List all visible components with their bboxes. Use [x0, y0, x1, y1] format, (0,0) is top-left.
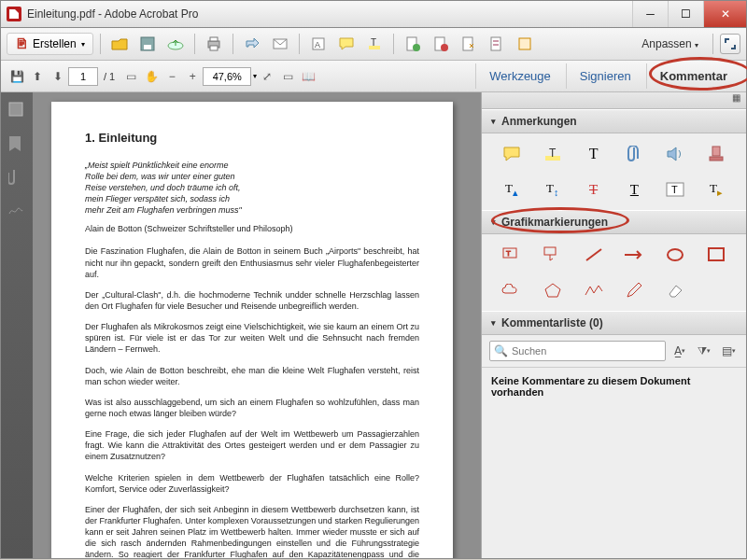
delete-page-icon[interactable] [429, 32, 453, 56]
options-icon[interactable]: ▤▾ [718, 341, 739, 361]
zoom-out-icon[interactable]: − [162, 66, 182, 87]
svg-rect-15 [463, 37, 472, 50]
comment-bubble-icon[interactable] [334, 32, 359, 56]
doc-paragraph: Der Flughafen als Mikrokosmos zeigt eine… [85, 321, 419, 355]
svg-point-31 [668, 249, 683, 260]
zoom-input[interactable] [203, 67, 251, 86]
search-input[interactable] [512, 345, 661, 357]
highlight-icon[interactable]: T [362, 32, 387, 56]
svg-text:A: A [315, 40, 320, 49]
doc-paragraph: Welche Kriterien spielen in dem Wettbewe… [85, 472, 419, 495]
hand-tool-icon[interactable]: ✋ [141, 66, 162, 87]
doc-paragraph: Doch, wie Alain de Botton beschreibt, eh… [85, 365, 419, 387]
thumbnails-icon[interactable] [8, 102, 25, 119]
dropdown-icon: ▾ [81, 40, 85, 49]
window-titlebar: Einleitung.pdf - Adobe Acrobat Pro ─ ☐ ✕ [0, 0, 747, 28]
ocr-icon[interactable]: A [306, 32, 331, 56]
doc-paragraph: Eine Frage, die sich jeder Flughafen auf… [85, 428, 419, 462]
attach-file-tool[interactable] [613, 143, 655, 165]
tab-comment[interactable]: Kommentar [646, 63, 740, 89]
svg-rect-5 [210, 46, 218, 50]
minimize-button[interactable]: ─ [632, 1, 668, 27]
navigation-toolbar: 💾 ⬆ ⬇ / 1 ▭ ✋ − + ▾ ⤢ ▭ 📖 Werkzeuge Sign… [1, 61, 746, 92]
doc-quote: „Meist spielt Pünktlichkeit eine enorme … [85, 160, 419, 217]
zoom-in-icon[interactable]: + [182, 66, 203, 87]
tab-tools[interactable]: Werkzeuge [475, 63, 564, 89]
document-view[interactable]: 1. Einleitung „Meist spielt Pünktlichkei… [33, 92, 481, 558]
text-callout-arrow-tool[interactable] [532, 244, 573, 266]
form-icon[interactable] [485, 32, 509, 56]
svg-point-12 [413, 44, 420, 51]
filter-icon[interactable]: ⧩▾ [694, 341, 714, 361]
svg-rect-29 [544, 247, 556, 255]
strikethrough-tool[interactable]: T [573, 178, 614, 201]
prev-page-icon[interactable]: ⬆ [27, 66, 48, 87]
create-label: Erstellen [33, 37, 77, 50]
signatures-icon[interactable] [8, 203, 25, 219]
print-icon[interactable] [202, 32, 226, 56]
underline-tool[interactable]: T [613, 178, 655, 201]
fullscreen-icon[interactable] [720, 34, 740, 54]
sticky-note-tool[interactable] [491, 143, 532, 165]
cloud-tool[interactable] [491, 279, 532, 301]
comment-search[interactable]: 🔍 [489, 341, 666, 361]
replace-text-tool[interactable]: T↕ [532, 178, 573, 201]
text-callout-box-tool[interactable]: T [491, 244, 532, 266]
sort-icon[interactable]: A̲▾ [669, 341, 690, 361]
svg-text:T: T [506, 249, 511, 258]
svg-rect-24 [710, 157, 723, 161]
svg-text:T: T [371, 37, 376, 48]
page-total-label: / 1 [104, 71, 115, 82]
section-drawing-header[interactable]: ▾ Grafikmarkierungen [482, 210, 746, 234]
convert-icon[interactable] [457, 32, 481, 56]
maximize-button[interactable]: ☐ [668, 1, 703, 27]
svg-point-14 [441, 44, 448, 51]
text-tool[interactable]: T [573, 143, 614, 165]
highlight-text-tool[interactable]: T [532, 143, 573, 165]
email-icon[interactable] [268, 32, 292, 56]
svg-rect-20 [9, 103, 22, 116]
share-icon[interactable] [240, 32, 264, 56]
callout-tool[interactable]: T▸ [696, 178, 737, 201]
audio-tool[interactable] [655, 143, 696, 165]
create-button[interactable]: 🖹 Erstellen ▾ [7, 33, 93, 55]
read-mode-icon[interactable]: 📖 [298, 66, 318, 87]
cloud-upload-icon[interactable] [163, 32, 188, 56]
panel-options-icon[interactable]: ▦ [482, 92, 746, 109]
fit-page-icon[interactable]: ▭ [277, 66, 298, 87]
select-tool-icon[interactable]: ▭ [120, 66, 141, 87]
collapse-icon: ▾ [491, 217, 496, 227]
tab-sign[interactable]: Signieren [566, 63, 644, 89]
comment-panel: ▦ ▾ Anmerkungen T T T▴ T↕ T T T T▸ [481, 92, 746, 558]
insert-text-tool[interactable]: T▴ [491, 178, 532, 201]
oval-tool[interactable] [655, 244, 696, 266]
collapse-icon: ▾ [491, 117, 496, 126]
doc-author: Alain de Botton (Schweizer Schriftstelle… [85, 223, 419, 234]
bookmarks-icon[interactable] [8, 135, 25, 152]
svg-rect-4 [210, 37, 218, 41]
line-tool[interactable] [573, 244, 614, 266]
fit-width-icon[interactable]: ⤢ [257, 66, 277, 87]
close-button[interactable]: ✕ [703, 1, 746, 27]
eraser-tool[interactable] [655, 279, 696, 301]
text-box-tool[interactable]: T [655, 178, 696, 201]
next-page-icon[interactable]: ⬇ [48, 66, 68, 87]
multimedia-icon[interactable] [513, 32, 537, 56]
open-icon[interactable] [107, 32, 132, 56]
stamp-tool[interactable] [696, 143, 737, 165]
save-icon[interactable] [135, 32, 160, 56]
pencil-tool[interactable] [613, 279, 655, 301]
section-annotations-header[interactable]: ▾ Anmerkungen [482, 109, 746, 133]
page-number-input[interactable] [68, 67, 98, 86]
svg-text:T: T [671, 184, 678, 195]
rectangle-tool[interactable] [696, 244, 737, 266]
attachments-icon[interactable] [8, 169, 25, 186]
polyline-tool[interactable] [573, 279, 614, 301]
export-pdf-icon[interactable] [401, 32, 425, 56]
arrow-tool[interactable] [613, 244, 655, 266]
customize-button[interactable]: Anpassen ▾ [634, 34, 706, 54]
svg-rect-23 [712, 147, 720, 156]
save-small-icon[interactable]: 💾 [7, 66, 27, 87]
polygon-tool[interactable] [532, 279, 573, 301]
section-commentlist-header[interactable]: ▾ Kommentarliste (0) [482, 311, 746, 335]
